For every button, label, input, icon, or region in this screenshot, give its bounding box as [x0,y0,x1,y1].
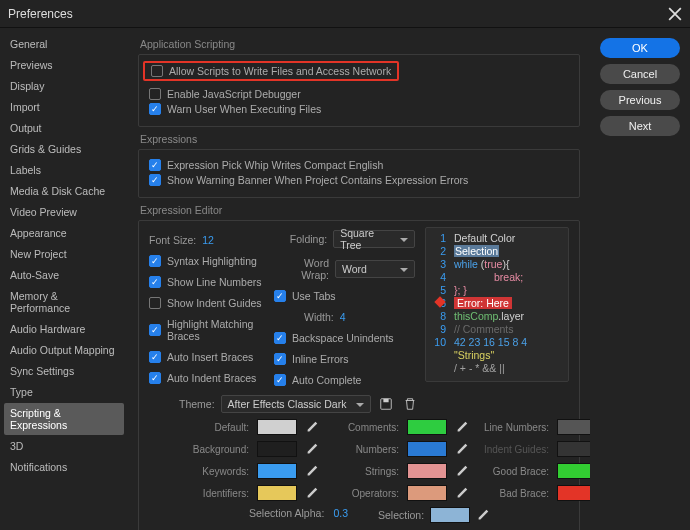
checkbox-highlight-braces[interactable] [149,324,161,336]
color-swatch[interactable] [557,463,590,479]
eyedropper-icon[interactable] [455,420,469,434]
color-swatch[interactable] [407,441,447,457]
dialog-buttons: OK Cancel Previous Next [590,28,690,530]
sidebar-item[interactable]: Appearance [4,223,124,243]
color-swatch[interactable] [557,441,590,457]
label-inline-errors: Inline Errors [292,353,349,365]
label-selection-alpha: Selection Alpha: [249,507,324,519]
sidebar-item[interactable]: Auto-Save [4,265,124,285]
next-button[interactable]: Next [600,116,680,136]
checkbox-warn-banner[interactable] [149,174,161,186]
checkbox-auto-indent[interactable] [149,372,161,384]
checkbox-enable-debugger[interactable] [149,88,161,100]
sidebar-item[interactable]: Import [4,97,124,117]
sidebar-item[interactable]: Display [4,76,124,96]
cancel-button[interactable]: Cancel [600,64,680,84]
sidebar-item[interactable]: Labels [4,160,124,180]
label-allow-write: Allow Scripts to Write Files and Access … [169,65,391,77]
eyedropper-icon[interactable] [476,508,490,522]
label-wrap: Word Wrap: [274,257,329,281]
label-highlight-braces: Highlight Matching Braces [167,318,264,342]
code-error: Error: Here [454,297,512,309]
label-pick-whip: Expression Pick Whip Writes Compact Engl… [167,159,383,171]
sidebar-item[interactable]: Memory & Performance [4,286,124,318]
sidebar-item[interactable]: General [4,34,124,54]
color-swatch[interactable] [407,419,447,435]
sidebar-item[interactable]: 3D [4,436,124,456]
previous-button[interactable]: Previous [600,90,680,110]
checkbox-line-numbers[interactable] [149,276,161,288]
checkbox-allow-write[interactable] [151,65,163,77]
checkbox-backspace[interactable] [274,332,286,344]
color-swatch[interactable] [257,485,297,501]
dropdown-theme[interactable]: After Effects Classic Dark [221,395,371,413]
sidebar: GeneralPreviewsDisplayImportOutputGrids … [0,28,128,530]
color-swatch[interactable] [557,485,590,501]
value-selection-alpha[interactable]: 0.3 [333,507,348,519]
color-swatch[interactable] [407,463,447,479]
eyedropper-icon[interactable] [305,420,319,434]
eyedropper-icon[interactable] [305,486,319,500]
swatch-label: Indent Guides: [479,444,549,455]
checkbox-warn-exec[interactable] [149,103,161,115]
color-swatch[interactable] [257,419,297,435]
sidebar-item[interactable]: Type [4,382,124,402]
value-font-size[interactable]: 12 [202,234,214,246]
sidebar-item[interactable]: Sync Settings [4,361,124,381]
section-expressions: Expression Pick Whip Writes Compact Engl… [138,149,580,198]
checkbox-inline-errors[interactable] [274,353,286,365]
color-swatch[interactable] [557,419,590,435]
sidebar-item[interactable]: Previews [4,55,124,75]
eyedropper-icon[interactable] [305,442,319,456]
code-lines: Default Color Selection while (true){ br… [450,232,564,375]
sidebar-item[interactable]: Output [4,118,124,138]
swatch-label: Identifiers: [179,488,249,499]
checkbox-pick-whip[interactable] [149,159,161,171]
sidebar-item[interactable]: Scripting & Expressions [4,403,124,435]
section-title-expressions: Expressions [140,133,580,145]
color-swatch[interactable] [257,463,297,479]
code-preview: 1234568910 Default Color Selection while… [425,227,569,382]
swatch-label: Default: [179,422,249,433]
label-warn-exec: Warn User When Executing Files [167,103,321,115]
eyedropper-icon[interactable] [455,464,469,478]
sidebar-item[interactable]: Video Preview [4,202,124,222]
swatch-label: Strings: [329,466,399,477]
label-auto-insert: Auto Insert Braces [167,351,253,363]
label-line-numbers: Show Line Numbers [167,276,262,288]
ok-button[interactable]: OK [600,38,680,58]
checkbox-indent-guides[interactable] [149,297,161,309]
color-swatch[interactable] [407,485,447,501]
sidebar-item[interactable]: Media & Disk Cache [4,181,124,201]
swatch-label: Line Numbers: [479,422,549,433]
sidebar-item[interactable]: Notifications [4,457,124,477]
close-icon[interactable] [668,7,682,21]
section-title-editor: Expression Editor [140,204,580,216]
dropdown-folding[interactable]: Square Tree [333,230,415,248]
label-use-tabs: Use Tabs [292,290,336,302]
sidebar-item[interactable]: Grids & Guides [4,139,124,159]
dropdown-wrap[interactable]: Word [335,260,415,278]
checkbox-auto-insert[interactable] [149,351,161,363]
value-width[interactable]: 4 [340,311,346,323]
swatch-selection[interactable] [430,507,470,523]
label-backspace: Backspace Unindents [292,332,394,344]
save-preset-icon[interactable] [377,395,395,413]
titlebar: Preferences [0,0,690,28]
color-swatch[interactable] [257,441,297,457]
checkbox-use-tabs[interactable] [274,290,286,302]
sidebar-item[interactable]: New Project [4,244,124,264]
eyedropper-icon[interactable] [455,486,469,500]
main-panel: Application Scripting Allow Scripts to W… [128,28,590,530]
checkbox-auto-complete[interactable] [274,374,286,386]
checkbox-syntax-highlight[interactable] [149,255,161,267]
sidebar-item[interactable]: Audio Hardware [4,319,124,339]
sidebar-item[interactable]: Audio Output Mapping [4,340,124,360]
eyedropper-icon[interactable] [455,442,469,456]
label-folding: Folding: [274,233,327,245]
label-auto-indent: Auto Indent Braces [167,372,256,384]
label-syntax-highlight: Syntax Highlighting [167,255,257,267]
trash-icon[interactable] [401,395,419,413]
eyedropper-icon[interactable] [305,464,319,478]
label-theme: Theme: [179,398,215,410]
